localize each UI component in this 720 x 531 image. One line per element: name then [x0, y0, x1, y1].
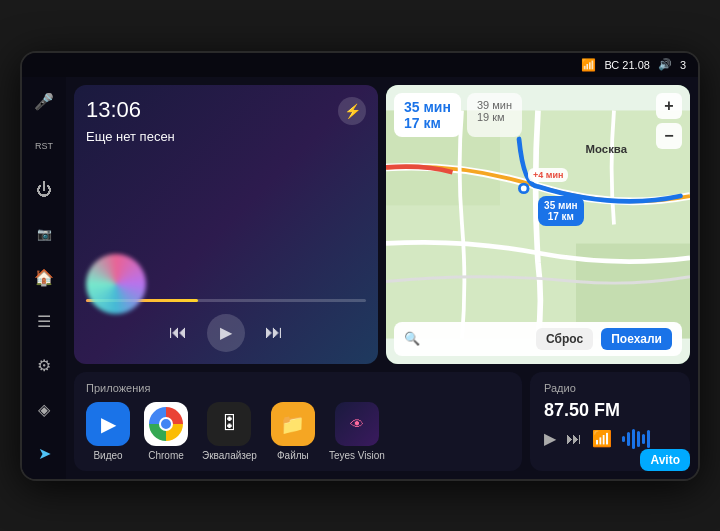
music-widget-top: 13:06 ⚡: [86, 97, 366, 125]
route-card-2: 39 мин 19 км: [467, 93, 522, 137]
bluetooth-button[interactable]: ⚡: [338, 97, 366, 125]
map-widget: Москва 35 мин 17 км +4 мин +: [386, 85, 690, 364]
chrome-label: Chrome: [148, 450, 184, 461]
eta-dist: 17 км: [544, 211, 578, 222]
map-background: Москва 35 мин 17 км +4 мин +: [386, 85, 690, 364]
eta-badge: 35 мин 17 км: [538, 196, 584, 226]
route2-dist: 19 км: [477, 111, 512, 123]
status-bar-right: 📶 ВС 21.08 🔊 3: [581, 58, 686, 72]
svg-text:Москва: Москва: [586, 143, 628, 155]
wave-bar-6: [647, 430, 650, 448]
teyes-icon: 👁: [335, 402, 379, 446]
sidebar-nav-icon[interactable]: ➤: [29, 439, 59, 469]
next-button[interactable]: ⏭: [265, 322, 283, 343]
files-label: Файлы: [277, 450, 309, 461]
chrome-icon: [144, 402, 188, 446]
map-route-info: 35 мин 17 км 39 мин 19 км: [394, 93, 522, 137]
equalizer-icon: 🎛: [207, 402, 251, 446]
app-video[interactable]: ▶ Видео: [86, 402, 130, 461]
sidebar-3d-icon[interactable]: ◈: [29, 395, 59, 425]
video-label: Видео: [93, 450, 122, 461]
date-display: ВС 21.08: [604, 59, 650, 71]
files-icon: 📁: [271, 402, 315, 446]
app-files[interactable]: 📁 Файлы: [271, 402, 315, 461]
main-content: 13:06 ⚡ Еще нет песен ⏮ ▶ ⏭: [66, 77, 698, 479]
search-icon: 🔍: [404, 331, 420, 346]
video-icon: ▶: [86, 402, 130, 446]
radio-play-button[interactable]: ▶: [544, 429, 556, 448]
delay-badge: +4 мин: [528, 168, 568, 182]
volume-icon: 🔊: [658, 58, 672, 71]
wave-bar-2: [627, 432, 630, 446]
volume-level: 3: [680, 59, 686, 71]
route2-time: 39 мин: [477, 99, 512, 111]
reset-button[interactable]: Сброс: [536, 328, 593, 350]
time-display: 13:06: [86, 97, 141, 123]
no-songs-text: Еще нет песен: [86, 129, 366, 144]
sidebar-photo-icon[interactable]: 📷: [29, 219, 59, 249]
wifi-icon: 📶: [581, 58, 596, 72]
wave-bar-4: [637, 431, 640, 447]
radio-controls: ▶ ⏭ 📶: [544, 427, 676, 451]
go-button[interactable]: Поехали: [601, 328, 672, 350]
radio-frequency: 87.50 FM: [544, 400, 676, 421]
sidebar-power-icon[interactable]: ⏻: [29, 175, 59, 205]
screen: 📶 ВС 21.08 🔊 3 🎤 RST ⏻ 📷 🏠 ☰ ⚙ ◈ ➤ 13:06: [22, 53, 698, 479]
sidebar-home-icon[interactable]: 🏠: [29, 263, 59, 293]
route-card-1: 35 мин 17 км: [394, 93, 461, 137]
apps-widget: Приложения ▶ Видео: [74, 372, 522, 471]
map-controls: + −: [656, 93, 682, 149]
eta-time: 35 мин: [544, 200, 578, 211]
chrome-ring: [149, 407, 183, 441]
sidebar-menu-icon[interactable]: ☰: [29, 307, 59, 337]
radio-signal-icon: 📶: [592, 429, 612, 448]
app-equalizer[interactable]: 🎛 Эквалайзер: [202, 402, 257, 461]
prev-button[interactable]: ⏮: [169, 322, 187, 343]
apps-row: ▶ Видео Chrome: [86, 402, 510, 461]
nav-bottom-panel: 🔍 Сброс Поехали: [394, 322, 682, 356]
sidebar-rst-btn[interactable]: RST: [29, 131, 59, 161]
play-button[interactable]: ▶: [207, 314, 245, 352]
music-orb: [86, 254, 146, 314]
music-controls: ⏮ ▶ ⏭: [86, 314, 366, 352]
radio-label: Радио: [544, 382, 676, 394]
avito-badge: Avito: [640, 449, 690, 471]
sidebar-mic-icon[interactable]: 🎤: [29, 87, 59, 117]
apps-title: Приложения: [86, 382, 510, 394]
app-chrome[interactable]: Chrome: [144, 402, 188, 461]
equalizer-label: Эквалайзер: [202, 450, 257, 461]
chrome-center: [159, 417, 173, 431]
car-screen-frame: 📶 ВС 21.08 🔊 3 🎤 RST ⏻ 📷 🏠 ☰ ⚙ ◈ ➤ 13:06: [20, 51, 700, 481]
wave-bar-5: [642, 434, 645, 444]
left-sidebar: 🎤 RST ⏻ 📷 🏠 ☰ ⚙ ◈ ➤: [22, 77, 66, 479]
bottom-row: Приложения ▶ Видео: [74, 372, 690, 471]
radio-next-button[interactable]: ⏭: [566, 430, 582, 448]
zoom-out-button[interactable]: −: [656, 123, 682, 149]
sidebar-settings-icon[interactable]: ⚙: [29, 351, 59, 381]
music-widget: 13:06 ⚡ Еще нет песен ⏮ ▶ ⏭: [74, 85, 378, 364]
zoom-in-button[interactable]: +: [656, 93, 682, 119]
wave-bar-1: [622, 436, 625, 442]
svg-point-5: [521, 185, 527, 191]
wave-bar-3: [632, 429, 635, 449]
bluetooth-icon: ⚡: [344, 103, 361, 119]
teyes-label: Teyes Vision: [329, 450, 385, 461]
route1-time: 35 мин: [404, 99, 451, 115]
status-bar: 📶 ВС 21.08 🔊 3: [22, 53, 698, 77]
sound-wave: [622, 427, 650, 451]
route1-dist: 17 км: [404, 115, 451, 131]
app-teyes[interactable]: 👁 Teyes Vision: [329, 402, 385, 461]
